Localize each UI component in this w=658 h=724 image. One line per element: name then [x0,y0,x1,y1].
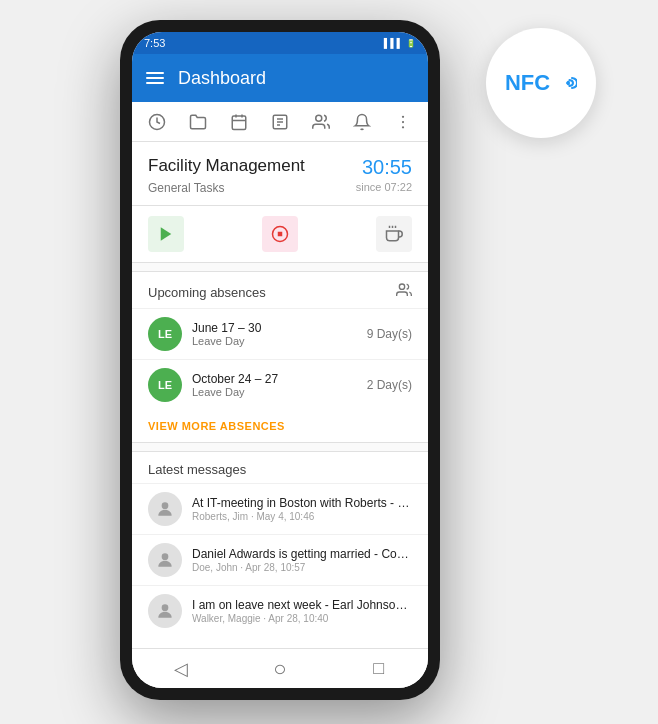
msg-info-2: Daniel Adwards is getting married - Cong… [192,547,412,573]
msg-info-3: I am on leave next week - Earl Johnson w… [192,598,412,624]
people-section-icon [396,282,412,302]
absence-info-1: June 17 – 30 Leave Day [192,321,357,347]
bottom-nav: ◁ ○ □ [132,648,428,688]
facility-task: General Tasks [148,181,224,195]
absence-days-2: 2 Day(s) [367,378,412,392]
msg-meta-3: Walker, Maggie · Apr 28, 10:40 [192,613,412,624]
svg-point-10 [402,115,404,117]
msg-text-3: I am on leave next week - Earl Johnson w… [192,598,412,612]
msg-text-1: At IT-meeting in Boston with Roberts - w… [192,496,412,510]
svg-point-21 [162,553,169,560]
absence-type-1: Leave Day [192,335,357,347]
svg-rect-15 [278,232,283,237]
task-icon[interactable] [266,108,294,136]
message-item-2[interactable]: Daniel Adwards is getting married - Cong… [132,534,428,585]
view-more-absences-button[interactable]: VIEW MORE ABSENCES [132,410,428,442]
absences-header: Upcoming absences [132,272,428,308]
absence-item-2: LE October 24 – 27 Leave Day 2 Day(s) [132,359,428,410]
icon-toolbar [132,102,428,142]
svg-rect-1 [232,116,246,130]
nfc-signal-icon [555,72,577,94]
home-icon: ○ [273,656,286,682]
menu-button[interactable] [146,72,164,84]
battery-icon: 🔋 [406,39,416,48]
recent-button[interactable]: □ [359,657,399,680]
msg-info-1: At IT-meeting in Boston with Roberts - w… [192,496,412,522]
hamburger-line-3 [146,82,164,84]
absence-dates-1: June 17 – 30 [192,321,357,335]
back-button[interactable]: ◁ [161,657,201,680]
svg-point-19 [399,284,404,289]
folder-icon[interactable] [184,108,212,136]
message-item-3[interactable]: I am on leave next week - Earl Johnson w… [132,585,428,636]
msg-avatar-3 [148,594,182,628]
facility-name: Facility Management [148,156,305,176]
svg-point-20 [162,502,169,509]
stop-icon [271,225,289,243]
svg-marker-13 [161,227,172,241]
svg-point-11 [402,120,404,122]
user-avatar-icon-1 [155,499,175,519]
absence-avatar-2: LE [148,368,182,402]
stop-button[interactable] [262,216,298,252]
more-icon[interactable] [389,108,417,136]
scene: NFC 7:53 ▐▐▐ 🔋 [0,0,658,724]
hamburger-line-2 [146,77,164,79]
status-time: 7:53 [144,37,165,49]
messages-section: Latest messages At IT-meeting in Boston … [132,451,428,648]
absence-days-1: 9 Day(s) [367,327,412,341]
coffee-button[interactable] [376,216,412,252]
msg-meta-1: Roberts, Jim · May 4, 10:46 [192,511,412,522]
app-bar: Dashboard [132,54,428,102]
message-item-1[interactable]: At IT-meeting in Boston with Roberts - w… [132,483,428,534]
action-row [132,206,428,263]
msg-avatar-2 [148,543,182,577]
status-icons: ▐▐▐ 🔋 [381,38,416,48]
phone-frame: 7:53 ▐▐▐ 🔋 Dashboard [120,20,440,700]
content-area: Facility Management 30:55 General Tasks … [132,142,428,648]
nfc-waves-icon [555,72,577,94]
bell-icon[interactable] [348,108,376,136]
people-icon[interactable] [307,108,335,136]
clock-icon[interactable] [143,108,171,136]
user-avatar-icon-3 [155,601,175,621]
absences-title: Upcoming absences [148,285,266,300]
hamburger-line-1 [146,72,164,74]
phone-screen: 7:53 ▐▐▐ 🔋 Dashboard [132,32,428,688]
facility-sub: General Tasks since 07:22 [148,181,412,195]
svg-point-12 [402,126,404,128]
absence-avatar-1: LE [148,317,182,351]
svg-point-9 [316,115,322,121]
nfc-text: NFC [505,70,550,96]
view-more-messages-button[interactable]: VIEW MORE MESSAGES [132,636,428,648]
msg-avatar-1 [148,492,182,526]
absence-dates-2: October 24 – 27 [192,372,357,386]
absence-item-1: LE June 17 – 30 Leave Day 9 Day(s) [132,308,428,359]
calendar-icon[interactable] [225,108,253,136]
facility-header: Facility Management 30:55 [148,156,412,179]
facility-timer: 30:55 [362,156,412,179]
absence-type-2: Leave Day [192,386,357,398]
nfc-label: NFC [505,70,577,96]
msg-meta-2: Doe, John · Apr 28, 10:57 [192,562,412,573]
app-bar-title: Dashboard [178,68,266,89]
signal-icon: ▐▐▐ [381,38,400,48]
facility-since: since 07:22 [356,181,412,195]
coffee-icon [385,225,403,243]
nfc-badge: NFC [486,28,596,138]
user-avatar-icon-2 [155,550,175,570]
msg-text-2: Daniel Adwards is getting married - Cong… [192,547,412,561]
svg-point-22 [162,604,169,611]
absence-info-2: October 24 – 27 Leave Day [192,372,357,398]
home-button[interactable]: ○ [260,657,300,680]
messages-title: Latest messages [148,462,246,477]
play-button[interactable] [148,216,184,252]
recent-icon: □ [373,658,384,679]
absences-section: Upcoming absences LE June 17 – 30 [132,271,428,443]
play-icon [157,225,175,243]
facility-card: Facility Management 30:55 General Tasks … [132,142,428,206]
status-bar: 7:53 ▐▐▐ 🔋 [132,32,428,54]
messages-header: Latest messages [132,452,428,483]
back-icon: ◁ [174,658,188,680]
